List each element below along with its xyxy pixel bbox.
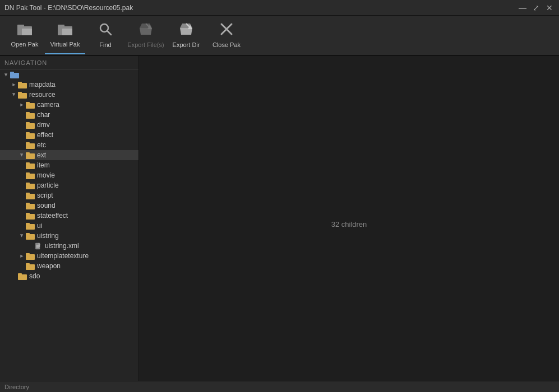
tree-label: etc	[37, 141, 46, 149]
folder-icon	[26, 222, 35, 230]
svg-rect-61	[18, 273, 22, 276]
svg-rect-49	[26, 223, 30, 225]
tree-item-item[interactable]: ► item	[0, 160, 138, 170]
virtual-pak-button[interactable]: Virtual Pak	[45, 16, 85, 54]
tree-item-sound[interactable]: ► sound	[0, 200, 138, 211]
tree-item-camera[interactable]: ► camera	[0, 100, 138, 110]
svg-rect-39	[26, 172, 30, 175]
tree-item-uitemplatetexture[interactable]: ► uitemplatetexture	[0, 251, 138, 261]
tree-arrow: ►	[18, 102, 26, 108]
children-count: 32 children	[331, 220, 367, 228]
svg-rect-41	[26, 183, 30, 185]
tree-item-weapon[interactable]: ► weapon	[0, 261, 138, 271]
tree-item-uistring[interactable]: ► uistring	[0, 231, 138, 241]
folder-icon	[26, 101, 35, 109]
tree-item-ext[interactable]: ► ext	[0, 150, 138, 160]
main-layout: NAVIGATION ► ► mapdata► resource► camera…	[0, 56, 559, 392]
tree-arrow: ►	[10, 82, 18, 87]
folder-icon	[26, 232, 35, 240]
tree-label: stateeffect	[37, 212, 68, 220]
virtual-pak-label: Virtual Pak	[50, 41, 80, 48]
tree-label: movie	[37, 171, 55, 179]
tree-label: sound	[37, 202, 56, 209]
tree-label: ext	[37, 151, 46, 159]
close-button[interactable]: ✕	[544, 3, 555, 13]
tree-label: camera	[37, 101, 59, 109]
folder-icon	[10, 71, 19, 78]
folder-icon	[18, 81, 27, 88]
folder-icon	[26, 172, 35, 179]
close-pak-button[interactable]: Close Pak	[206, 16, 247, 54]
tree-label: uitemplatetexture	[37, 252, 89, 260]
svg-rect-1	[17, 25, 24, 27]
tree-label: char	[37, 111, 50, 119]
find-button[interactable]: Find	[85, 16, 126, 54]
tree-label: item	[37, 161, 50, 169]
folder-icon	[26, 212, 35, 220]
tree-label: uistring.xml	[45, 242, 79, 250]
close-pak-label: Close Pak	[212, 41, 241, 48]
tree-item-movie[interactable]: ► movie	[0, 170, 138, 180]
tree-item-uistring-xml[interactable]: ► uistring.xml	[0, 241, 138, 251]
svg-rect-31	[26, 132, 30, 134]
svg-rect-37	[26, 162, 30, 165]
statusbar: Directory	[0, 381, 559, 392]
tree-item-ui[interactable]: ► ui	[0, 221, 138, 231]
svg-rect-51	[26, 233, 30, 235]
navigation-panel: NAVIGATION ► ► mapdata► resource► camera…	[0, 56, 139, 392]
tree-label: resource	[29, 91, 56, 99]
folder-icon	[26, 132, 35, 139]
minimize-button[interactable]: —	[518, 3, 528, 13]
folder-icon	[26, 162, 35, 169]
tree-item-effect[interactable]: ► effect	[0, 130, 138, 140]
tree-label: sdo	[29, 272, 40, 280]
tree-item-etc[interactable]: ► etc	[0, 140, 138, 150]
svg-rect-21	[18, 82, 22, 84]
export-files-label: Export File(s)	[127, 41, 164, 48]
export-files-icon	[137, 21, 154, 39]
svg-rect-59	[26, 263, 30, 265]
folder-icon	[26, 192, 35, 199]
close-pak-icon	[219, 21, 234, 39]
svg-rect-4	[58, 25, 64, 27]
find-label: Find	[99, 41, 111, 48]
tree-item-script[interactable]: ► script	[0, 190, 138, 200]
tree-item-mapdata[interactable]: ► mapdata	[0, 80, 138, 90]
titlebar: DN Pak Tool - E:\DN\SDO\Resource05.pak —…	[0, 0, 559, 16]
virtual-pak-icon	[57, 22, 73, 39]
open-pak-button[interactable]: Open Pak	[4, 16, 45, 54]
statusbar-text: Directory	[4, 384, 29, 390]
folder-icon	[26, 142, 35, 149]
folder-icon	[18, 91, 27, 99]
export-files-button[interactable]: Export File(s)	[126, 16, 166, 54]
find-icon	[98, 21, 113, 39]
export-dir-label: Export Dir	[173, 41, 200, 48]
window-controls: — ⤢ ✕	[518, 3, 555, 13]
tree-label: dmv	[37, 121, 50, 129]
tree-item-stateeffect[interactable]: ► stateeffect	[0, 211, 138, 221]
svg-rect-57	[26, 253, 30, 255]
folder-icon	[26, 111, 35, 119]
tree-arrow: ►	[3, 71, 9, 79]
folder-icon	[26, 202, 35, 209]
tree-label: mapdata	[29, 81, 56, 88]
tree-item-char[interactable]: ► char	[0, 110, 138, 120]
folder-icon	[26, 122, 35, 129]
tree-item-particle[interactable]: ► particle	[0, 180, 138, 190]
tree-item-sdo[interactable]: ► sdo	[0, 271, 138, 281]
svg-rect-2	[22, 29, 32, 35]
svg-rect-5	[62, 29, 72, 35]
tree-arrow: ►	[18, 253, 26, 259]
tree-label: particle	[37, 181, 59, 189]
tree-label: uistring	[37, 232, 59, 240]
svg-line-7	[107, 31, 111, 35]
tree-item-root[interactable]: ►	[0, 70, 138, 80]
export-dir-button[interactable]: Export Dir	[166, 16, 206, 54]
maximize-button[interactable]: ⤢	[531, 3, 541, 13]
tree-label: script	[37, 192, 53, 199]
file-tree[interactable]: ► ► mapdata► resource► camera► char► dmv…	[0, 70, 138, 392]
tree-label: weapon	[37, 262, 61, 270]
tree-item-resource[interactable]: ► resource	[0, 90, 138, 100]
tree-item-dmv[interactable]: ► dmv	[0, 120, 138, 130]
toolbar: Open Pak Virtual Pak Find	[0, 16, 559, 56]
